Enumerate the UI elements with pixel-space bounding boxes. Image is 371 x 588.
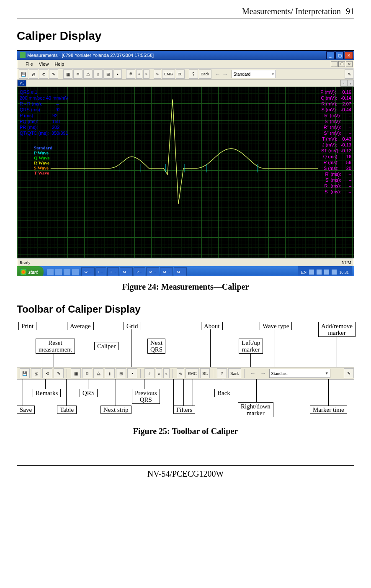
label-average: Average — [67, 322, 94, 330]
next-strip-icon[interactable]: ⊞ — [103, 69, 113, 79]
wave-legend: Standard P Wave Q Wave R Wave S Wave T W… — [34, 145, 52, 175]
reset-icon[interactable]: ⟲ — [42, 368, 52, 378]
child-restore-button[interactable]: ❐ — [338, 61, 345, 67]
reset-icon[interactable]: ⟲ — [39, 69, 48, 79]
close-button[interactable]: ✕ — [345, 51, 353, 59]
label-marker-time: Marker time — [310, 406, 347, 414]
tray-icon[interactable] — [332, 270, 337, 275]
taskbar-task[interactable]: I… — [95, 267, 106, 276]
label-right-down-marker: Right/down marker — [238, 402, 273, 417]
tray-icon[interactable] — [317, 270, 322, 275]
child-close-button[interactable]: ✕ — [346, 61, 353, 67]
figure-24-caption: Figure 24: Measurements—Caliper — [17, 282, 354, 292]
quicklaunch-icon[interactable] — [47, 269, 54, 275]
right-arrow-icon[interactable]: → — [222, 71, 228, 77]
window-title: Measurements - [6798 Yoniater Yolanda 27… — [27, 53, 154, 58]
ruler-icon[interactable]: • — [113, 69, 122, 79]
average-icon[interactable]: ⧈ — [82, 368, 92, 378]
label-table: Table — [57, 406, 77, 414]
child-min-button[interactable]: _ — [331, 61, 338, 67]
ruler-icon[interactable]: • — [127, 368, 137, 378]
print-icon[interactable]: 🖨 — [29, 69, 38, 79]
grid-icon[interactable]: # — [144, 368, 155, 378]
average-icon[interactable]: ⧈ — [73, 69, 82, 79]
caliper-icon[interactable]: ⫿ — [105, 368, 115, 378]
lang-indicator[interactable]: EN — [301, 270, 307, 275]
next-qrs-button[interactable]: » — [163, 368, 170, 378]
maximize-button[interactable]: ▢ — [335, 51, 344, 59]
about-icon[interactable]: ? — [189, 69, 198, 79]
tray-icon[interactable] — [324, 270, 329, 275]
label-caliper: Caliper — [94, 342, 119, 350]
prev-qrs-button[interactable]: « — [156, 368, 162, 378]
print-icon[interactable]: 🖨 — [31, 368, 41, 378]
marker-icon[interactable]: ✎ — [344, 368, 354, 378]
label-print: Print — [18, 322, 36, 330]
figure-25-caption: Figure 25: Toolbar of Caliper — [17, 426, 354, 436]
clock[interactable]: 16:31 — [339, 270, 349, 275]
label-save: Save — [17, 406, 35, 414]
marker-icon[interactable]: ✎ — [345, 69, 354, 79]
taskbar-task[interactable]: T… — [107, 267, 119, 276]
footer-text: NV-54/PCECG1200W — [147, 469, 224, 478]
tray-icon[interactable] — [309, 270, 314, 275]
caliper-display-title: Caliper Display — [17, 29, 354, 43]
window-titlebar[interactable]: Measurements - [6798 Yoniater Yolanda 27… — [17, 51, 354, 60]
quicklaunch-icon[interactable] — [55, 269, 62, 275]
grid-icon[interactable]: # — [126, 69, 135, 79]
save-icon[interactable]: 💾 — [19, 69, 28, 79]
wave-type-value: Standard — [271, 371, 288, 376]
label-next-qrs: Next QRS — [147, 339, 165, 354]
start-button[interactable]: start — [17, 266, 44, 276]
back-button[interactable]: Back — [228, 368, 241, 378]
menu-file[interactable]: File — [26, 62, 33, 67]
label-remarks: Remarks — [33, 389, 61, 397]
lead-label: V5 — [17, 80, 26, 87]
qrs-icon[interactable]: ⧋ — [83, 69, 93, 79]
left-measurements: QRS # 1 200 mm/sec 40 mm/mV R - R (ms): … — [20, 89, 68, 136]
scroll-right-button[interactable]: › — [347, 80, 354, 87]
quicklaunch-icon[interactable] — [64, 269, 70, 275]
back-button[interactable]: Back — [199, 69, 211, 79]
taskbar-task[interactable]: M… — [146, 267, 159, 276]
save-icon[interactable]: 💾 — [20, 368, 30, 378]
screenshot-window: Measurements - [6798 Yoniater Yolanda 27… — [17, 50, 354, 276]
filter-emg-button[interactable]: EMG — [186, 368, 199, 378]
label-add-remove-marker: Add/remove marker — [318, 322, 356, 337]
quicklaunch-icon[interactable] — [72, 269, 79, 275]
table-icon[interactable]: ▦ — [71, 368, 81, 378]
ecg-grid-area[interactable]: QRS # 1 200 mm/sec 40 mm/mV R - R (ms): … — [17, 87, 354, 258]
remarks-icon[interactable]: ✎ — [49, 69, 58, 79]
wave-type-dropdown[interactable]: Standard ▼ — [232, 70, 276, 78]
right-arrow-icon[interactable]: → — [259, 370, 268, 377]
qrs-icon[interactable]: ⧋ — [93, 368, 103, 378]
next-strip-icon[interactable]: ⊞ — [116, 368, 126, 378]
table-icon[interactable]: ▦ — [63, 69, 72, 79]
menu-help[interactable]: Help — [54, 62, 64, 67]
label-qrs: QRS — [80, 389, 98, 397]
wave-type-dropdown[interactable]: Standard ▼ — [269, 369, 330, 378]
filter-bl-button[interactable]: BL — [200, 368, 210, 378]
scroll-left-button[interactable]: ‹ — [340, 80, 347, 87]
next-qrs-button[interactable]: » — [143, 69, 149, 79]
taskbar-task[interactable]: M… — [174, 267, 187, 276]
app-toolbar: 💾 🖨 ⟲ ✎ ▦ ⧈ ⧋ ⫿ ⊞ • # « » ∿ EMG BL ? Bac… — [17, 68, 354, 80]
left-arrow-icon[interactable]: ← — [215, 71, 221, 77]
caliper-icon[interactable]: ⫿ — [93, 69, 103, 79]
menu-view[interactable]: View — [39, 62, 49, 67]
about-icon[interactable]: ? — [217, 368, 227, 378]
left-arrow-icon[interactable]: ← — [248, 370, 258, 377]
filter-wave-button[interactable]: ∿ — [177, 368, 184, 378]
filter-bl-button[interactable]: BL — [176, 69, 185, 79]
prev-qrs-button[interactable]: « — [136, 69, 142, 79]
filter-wave-button[interactable]: ∿ — [154, 69, 161, 79]
system-tray: EN 16:31 — [298, 266, 352, 276]
taskbar-task[interactable]: P… — [134, 267, 145, 276]
filter-emg-button[interactable]: EMG — [162, 69, 175, 79]
label-about: About — [201, 322, 223, 330]
minimize-button[interactable]: _ — [326, 51, 335, 59]
taskbar-task[interactable]: M… — [160, 267, 173, 276]
taskbar-task[interactable]: W… — [81, 267, 95, 276]
taskbar-task[interactable]: M… — [120, 267, 133, 276]
remarks-icon[interactable]: ✎ — [54, 368, 64, 378]
